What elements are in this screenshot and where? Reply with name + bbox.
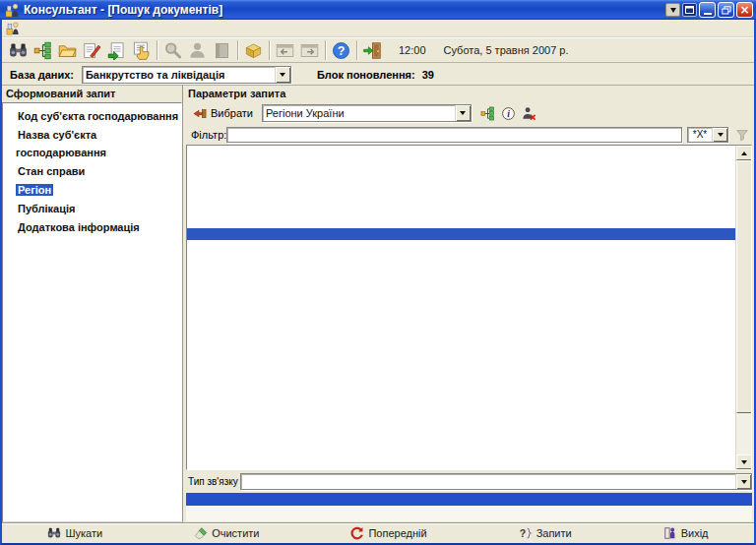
- region-row[interactable]: [187, 216, 735, 228]
- region-row[interactable]: [187, 323, 735, 334]
- database-label: База даних:: [10, 69, 74, 81]
- scrollbar-track[interactable]: [736, 160, 751, 454]
- chevron-down-icon[interactable]: [455, 105, 471, 121]
- region-row[interactable]: [187, 370, 735, 382]
- clear-button[interactable]: Очистити: [188, 525, 265, 541]
- child-window-icon[interactable]: [682, 3, 697, 17]
- search-button[interactable]: Шукати: [41, 525, 108, 541]
- person-icon[interactable]: [185, 38, 210, 62]
- region-row[interactable]: [187, 205, 735, 216]
- toolbar-separator: [322, 40, 329, 60]
- scrollbar-thumb[interactable]: [736, 160, 752, 413]
- link-type-combo[interactable]: [240, 473, 752, 490]
- group-structure-icon[interactable]: [31, 38, 55, 62]
- open-folder-icon[interactable]: [55, 38, 80, 62]
- search-binoculars-icon[interactable]: [6, 38, 31, 62]
- region-row[interactable]: [187, 453, 735, 464]
- book-icon[interactable]: [210, 38, 234, 62]
- region-row[interactable]: [187, 264, 735, 275]
- query-criterion-item[interactable]: Додаткова інформація: [16, 217, 181, 235]
- region-row[interactable]: [187, 382, 735, 394]
- hierarchy-button[interactable]: [479, 105, 497, 122]
- previous-button[interactable]: Попередній: [345, 525, 432, 541]
- window-prev-icon[interactable]: [273, 38, 297, 62]
- query-parameters-header: Параметри запита: [184, 86, 754, 99]
- query-criterion-item[interactable]: Публікація: [16, 199, 181, 216]
- app-window: Консультант - [Пошук документів] × 12:00…: [0, 0, 756, 545]
- region-row[interactable]: [187, 299, 735, 311]
- edit-document-icon[interactable]: [80, 38, 104, 62]
- region-row[interactable]: [187, 334, 735, 346]
- panel-footer-space: [186, 506, 752, 521]
- menu-item[interactable]: [72, 27, 88, 30]
- region-row[interactable]: [187, 193, 735, 205]
- selected-empty-row: [186, 493, 752, 506]
- region-row[interactable]: [187, 429, 735, 441]
- close-button[interactable]: ×: [736, 2, 753, 18]
- link-type-label: Тип зв'язку: [186, 476, 240, 487]
- bottom-button-bar: Шукати Очистити Попередній Запити Вихід: [2, 522, 754, 543]
- region-row[interactable]: [187, 252, 735, 264]
- help-icon[interactable]: [329, 38, 353, 62]
- region-row[interactable]: [187, 394, 735, 405]
- region-row[interactable]: [187, 181, 735, 193]
- window-next-icon[interactable]: [297, 38, 322, 62]
- query-criterion-item[interactable]: Стан справи: [16, 161, 181, 179]
- child-document-icon[interactable]: [6, 21, 21, 35]
- region-row[interactable]: [187, 417, 735, 429]
- formed-query-header: Сформований запит: [2, 86, 182, 101]
- toolbar-separator: [353, 40, 360, 60]
- restore-button[interactable]: [718, 2, 734, 18]
- filter-input[interactable]: [226, 127, 682, 143]
- region-row[interactable]: [187, 157, 735, 169]
- region-row[interactable]: [187, 287, 735, 299]
- vertical-scrollbar[interactable]: [735, 146, 751, 469]
- zoom-icon[interactable]: [160, 38, 185, 62]
- menu-item[interactable]: [25, 27, 40, 30]
- region-row[interactable]: [187, 346, 735, 358]
- query-criterion-item[interactable]: Код суб'єкта господарювання: [16, 106, 181, 124]
- chevron-down-icon[interactable]: [712, 128, 727, 142]
- regions-list: [187, 146, 735, 469]
- region-row[interactable]: [187, 275, 735, 287]
- database-combo-value: Банкрутство та ліквідація: [83, 67, 275, 83]
- chevron-down-icon[interactable]: [735, 474, 751, 489]
- app-icon: [5, 2, 21, 18]
- region-row[interactable]: [187, 464, 735, 469]
- query-criterion-item[interactable]: Назва суб'єкта господарювання: [16, 125, 181, 160]
- chevron-down-icon[interactable]: [275, 67, 290, 83]
- dictionary-combo[interactable]: Регіони України: [262, 104, 472, 122]
- menu-down-arrow-icon[interactable]: [665, 3, 680, 17]
- new-document-icon[interactable]: [104, 38, 129, 62]
- region-row[interactable]: [187, 311, 735, 323]
- scroll-up-icon[interactable]: [736, 146, 752, 160]
- select-document-icon[interactable]: [129, 38, 154, 62]
- scroll-down-icon[interactable]: [736, 454, 752, 469]
- region-row[interactable]: [187, 169, 735, 181]
- window-controls: ×: [665, 2, 753, 18]
- menu-item[interactable]: [88, 27, 103, 30]
- menu-item[interactable]: [40, 27, 56, 30]
- menu-item[interactable]: [56, 27, 72, 30]
- filter-apply-button[interactable]: [733, 127, 751, 143]
- filter-mode-combo[interactable]: *Х*: [687, 127, 728, 143]
- region-row[interactable]: [187, 146, 735, 157]
- dictionary-combo-value: Регіони України: [263, 105, 455, 121]
- info-button[interactable]: [500, 105, 518, 122]
- queries-button[interactable]: Запити: [513, 525, 578, 541]
- region-row[interactable]: [187, 405, 735, 417]
- remove-selection-button[interactable]: [521, 105, 538, 122]
- package-icon[interactable]: [241, 38, 266, 62]
- formed-query-panel: Сформований запит Код суб'єкта господарю…: [2, 86, 183, 522]
- query-criterion-item[interactable]: Регіон: [16, 180, 181, 198]
- minimize-button[interactable]: [699, 2, 716, 18]
- exit-door-icon[interactable]: [360, 38, 385, 62]
- region-row[interactable]: [187, 358, 735, 370]
- region-row[interactable]: [187, 228, 735, 240]
- region-row[interactable]: [187, 441, 735, 453]
- toolbar-separator: [266, 40, 273, 60]
- region-row[interactable]: [187, 240, 735, 252]
- parameter-tool-buttons: [479, 105, 538, 122]
- database-combo[interactable]: Банкрутство та ліквідація: [82, 66, 291, 84]
- exit-button[interactable]: Вихід: [658, 525, 715, 541]
